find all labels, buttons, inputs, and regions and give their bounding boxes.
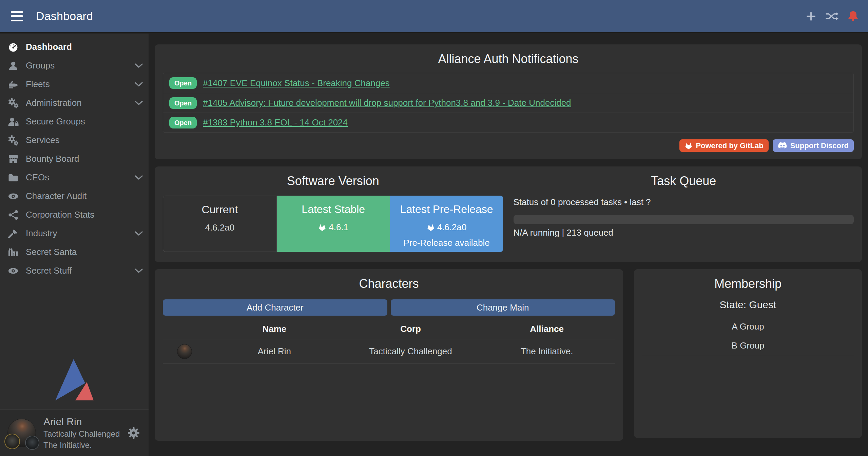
- settings-gear-icon[interactable]: [127, 426, 140, 440]
- eye-icon: [7, 191, 19, 202]
- alliance-logo-badge: [25, 436, 39, 450]
- sidebar-item-administration[interactable]: Administration: [0, 94, 149, 112]
- sidebar-nav: Dashboard Groups Fleets Administration: [0, 34, 149, 280]
- plus-icon[interactable]: [806, 11, 816, 22]
- membership-title: Membership: [642, 277, 854, 291]
- chevron-down-icon: [134, 63, 143, 68]
- sidebar-item-label: Secret Santa: [26, 247, 143, 257]
- sidebar-item-label: Services: [26, 135, 143, 145]
- support-discord-badge[interactable]: Support Discord: [773, 139, 854, 152]
- table-row: Ariel Rin Tactically Challenged The Init…: [163, 339, 615, 364]
- main-content: Alliance Auth Notifications Open #1407 E…: [149, 34, 868, 456]
- status-badge: Open: [169, 77, 197, 89]
- version-value: 4.6.2a0: [437, 222, 467, 233]
- sidebar-item-secure-groups[interactable]: Secure Groups: [0, 112, 149, 131]
- sidebar-item-industry[interactable]: Industry: [0, 224, 149, 243]
- chevron-down-icon: [134, 268, 143, 273]
- character-actions: Add Character Change Main: [163, 299, 615, 316]
- sidebar-item-label: Character Audit: [26, 191, 143, 201]
- gitlab-icon: [684, 142, 693, 150]
- version-stable-box: Latest Stable 4.6.1: [277, 196, 390, 252]
- column-alliance: Alliance: [479, 324, 615, 339]
- chevron-down-icon: [134, 100, 143, 105]
- sidebar-item-bounty-board[interactable]: Bounty Board: [0, 150, 149, 168]
- bell-icon[interactable]: [848, 11, 859, 22]
- status-panel: Software Version Current 4.6.2a0 Latest …: [155, 166, 862, 262]
- gitlab-icon: [318, 224, 326, 231]
- characters-panel: Characters Add Character Change Main Nam…: [155, 269, 623, 441]
- user-alliance: The Initiative.: [43, 440, 120, 450]
- character-name: Ariel Rin: [206, 346, 343, 357]
- notification-link[interactable]: #1383 Python 3.8 EOL - 14 Oct 2024: [203, 117, 348, 128]
- task-queue-counts: N/A running | 213 queued: [514, 227, 854, 238]
- notifications-list: Open #1407 EVE Equinox Status - Breaking…: [163, 73, 854, 133]
- notification-item: Open #1407 EVE Equinox Status - Breaking…: [163, 73, 853, 93]
- notifications-panel: Alliance Auth Notifications Open #1407 E…: [155, 44, 862, 159]
- sidebar-item-groups[interactable]: Groups: [0, 56, 149, 75]
- change-main-button[interactable]: Change Main: [391, 299, 615, 316]
- version-value: 4.6.2a0: [205, 222, 235, 233]
- sidebar-item-character-audit[interactable]: Character Audit: [0, 187, 149, 205]
- topbar-actions: [806, 11, 859, 22]
- add-character-button[interactable]: Add Character: [163, 299, 387, 316]
- chevron-down-icon: [134, 175, 143, 180]
- chevron-down-icon: [134, 82, 143, 87]
- alliance-auth-logo: [54, 358, 94, 401]
- column-spacer: [163, 329, 206, 334]
- sidebar-item-label: Administration: [26, 98, 134, 108]
- notification-link[interactable]: #1407 EVE Equinox Status - Breaking Chan…: [203, 78, 390, 88]
- gitlab-icon: [427, 224, 435, 231]
- sidebar-item-label: Secret Stuff: [26, 265, 134, 276]
- membership-state: State: Guest: [642, 299, 854, 311]
- sidebar-item-services[interactable]: Services: [0, 131, 149, 150]
- membership-panel: Membership State: Guest A Group B Group: [634, 269, 862, 438]
- user-panel: Ariel Rin Tactically Challenged The Init…: [0, 409, 149, 456]
- sidebar-item-label: Industry: [26, 228, 134, 239]
- share-icon: [7, 210, 19, 220]
- discord-icon: [778, 142, 787, 149]
- shuffle-icon[interactable]: [825, 11, 839, 22]
- membership-groups: A Group B Group: [642, 317, 854, 355]
- chevron-down-icon: [134, 231, 143, 236]
- column-name: Name: [206, 324, 343, 339]
- sidebar-item-label: Groups: [26, 60, 134, 71]
- store-icon: [7, 154, 19, 164]
- notification-item: Open #1405 Advisory: Future development …: [163, 93, 853, 113]
- notification-link[interactable]: #1405 Advisory: Future development will …: [203, 98, 571, 108]
- sidebar-item-label: CEOs: [26, 172, 134, 183]
- software-version-title: Software Version: [163, 174, 503, 188]
- sidebar-item-secret-stuff[interactable]: Secret Stuff: [0, 261, 149, 280]
- badge-label: Powered by GitLab: [696, 141, 763, 150]
- sidebar-item-secret-santa[interactable]: Secret Santa: [0, 243, 149, 261]
- folder-icon: [7, 172, 19, 183]
- sidebar-item-corporation-stats[interactable]: Corporation Stats: [0, 205, 149, 224]
- topbar: Dashboard: [0, 0, 868, 33]
- gears-icon: [7, 98, 19, 108]
- sidebar-item-label: Bounty Board: [26, 154, 143, 164]
- badge-label: Support Discord: [790, 141, 849, 150]
- powered-by-gitlab-badge[interactable]: Powered by GitLab: [679, 139, 768, 152]
- user-name: Ariel Rin: [43, 416, 120, 428]
- bottom-row: Characters Add Character Change Main Nam…: [155, 269, 862, 441]
- hamburger-menu-icon[interactable]: [9, 11, 24, 22]
- characters-title: Characters: [163, 277, 615, 291]
- character-row-avatar: [177, 344, 192, 359]
- task-queue-section: Task Queue Status of 0 processed tasks •…: [514, 174, 854, 252]
- notification-item: Open #1383 Python 3.8 EOL - 14 Oct 2024: [163, 113, 853, 132]
- user-lock-icon: [7, 116, 19, 127]
- sidebar-item-label: Corporation Stats: [26, 210, 143, 220]
- gifts-icon: [7, 247, 19, 258]
- version-prerelease-box: Latest Pre-Release 4.6.2a0 Pre-Release a…: [390, 196, 503, 252]
- sidebar: Dashboard Groups Fleets Administration: [0, 34, 149, 456]
- characters-table: Name Corp Alliance Ariel Rin Tactically …: [163, 324, 615, 364]
- hammer-icon: [7, 228, 19, 239]
- sidebar-item-fleets[interactable]: Fleets: [0, 75, 149, 94]
- gauge-icon: [7, 42, 19, 53]
- task-queue-title: Task Queue: [514, 174, 854, 188]
- shuttle-icon: [7, 79, 19, 90]
- version-boxes: Current 4.6.2a0 Latest Stable 4.6.1 Late…: [163, 196, 503, 252]
- sidebar-item-dashboard[interactable]: Dashboard: [0, 38, 149, 56]
- sidebar-item-ceos[interactable]: CEOs: [0, 168, 149, 187]
- user-corp: Tactically Challenged: [43, 429, 120, 439]
- task-queue-status: Status of 0 processed tasks • last ?: [514, 197, 854, 207]
